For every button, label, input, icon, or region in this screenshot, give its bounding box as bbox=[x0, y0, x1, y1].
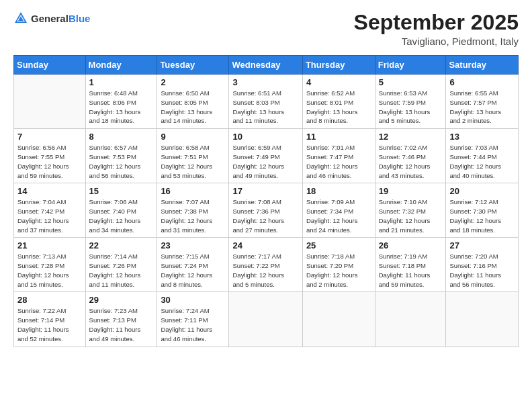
title-month: September 2025 bbox=[354, 11, 519, 34]
calendar-cell: 14Sunrise: 7:04 AMSunset: 7:42 PMDayligh… bbox=[14, 183, 86, 238]
day-number: 19 bbox=[379, 186, 443, 196]
calendar-cell: 1Sunrise: 6:48 AMSunset: 8:06 PMDaylight… bbox=[85, 75, 157, 129]
day-number: 27 bbox=[449, 240, 515, 250]
day-info: Sunrise: 7:07 AMSunset: 7:38 PMDaylight:… bbox=[161, 197, 225, 234]
day-info: Sunrise: 6:53 AMSunset: 7:59 PMDaylight:… bbox=[379, 89, 443, 126]
header: GeneralBlue September 2025 Tavigliano, P… bbox=[13, 11, 519, 47]
calendar-cell bbox=[375, 292, 446, 347]
weekday-header-sunday: Sunday bbox=[14, 56, 86, 75]
day-info: Sunrise: 7:12 AMSunset: 7:30 PMDaylight:… bbox=[449, 197, 515, 234]
day-number: 25 bbox=[306, 240, 371, 250]
day-number: 24 bbox=[232, 240, 298, 250]
logo-general: General bbox=[31, 13, 69, 24]
day-info: Sunrise: 7:02 AMSunset: 7:46 PMDaylight:… bbox=[379, 143, 443, 180]
day-info: Sunrise: 6:56 AMSunset: 7:55 PMDaylight:… bbox=[17, 143, 82, 180]
day-info: Sunrise: 7:06 AMSunset: 7:40 PMDaylight:… bbox=[89, 197, 154, 234]
day-number: 1 bbox=[89, 77, 154, 87]
day-info: Sunrise: 6:55 AMSunset: 7:57 PMDaylight:… bbox=[449, 89, 515, 126]
day-number: 17 bbox=[232, 186, 298, 196]
day-info: Sunrise: 7:14 AMSunset: 7:26 PMDaylight:… bbox=[89, 252, 154, 289]
calendar-cell: 17Sunrise: 7:08 AMSunset: 7:36 PMDayligh… bbox=[229, 183, 302, 238]
weekday-header-wednesday: Wednesday bbox=[229, 56, 302, 75]
day-info: Sunrise: 6:58 AMSunset: 7:51 PMDaylight:… bbox=[161, 143, 225, 180]
day-number: 9 bbox=[161, 132, 225, 142]
day-number: 3 bbox=[232, 77, 298, 87]
day-number: 10 bbox=[232, 132, 298, 142]
day-info: Sunrise: 7:18 AMSunset: 7:20 PMDaylight:… bbox=[306, 252, 371, 289]
calendar-table: SundayMondayTuesdayWednesdayThursdayFrid… bbox=[13, 55, 519, 347]
day-info: Sunrise: 6:51 AMSunset: 8:03 PMDaylight:… bbox=[232, 89, 298, 126]
calendar-cell: 13Sunrise: 7:03 AMSunset: 7:44 PMDayligh… bbox=[446, 129, 519, 183]
day-info: Sunrise: 7:13 AMSunset: 7:28 PMDaylight:… bbox=[17, 252, 82, 289]
day-number: 20 bbox=[449, 186, 515, 196]
calendar-cell: 25Sunrise: 7:18 AMSunset: 7:20 PMDayligh… bbox=[302, 238, 375, 292]
calendar-cell: 2Sunrise: 6:50 AMSunset: 8:05 PMDaylight… bbox=[157, 75, 229, 129]
day-number: 30 bbox=[161, 295, 225, 305]
calendar-cell: 7Sunrise: 6:56 AMSunset: 7:55 PMDaylight… bbox=[14, 129, 86, 183]
day-number: 16 bbox=[161, 186, 225, 196]
weekday-header-monday: Monday bbox=[85, 56, 157, 75]
calendar-week-row: 7Sunrise: 6:56 AMSunset: 7:55 PMDaylight… bbox=[14, 129, 519, 183]
calendar-cell: 20Sunrise: 7:12 AMSunset: 7:30 PMDayligh… bbox=[446, 183, 519, 238]
calendar-cell: 26Sunrise: 7:19 AMSunset: 7:18 PMDayligh… bbox=[375, 238, 446, 292]
title-block: September 2025 Tavigliano, Piedmont, Ita… bbox=[354, 11, 519, 47]
logo: GeneralBlue bbox=[13, 11, 90, 26]
day-info: Sunrise: 7:15 AMSunset: 7:24 PMDaylight:… bbox=[161, 252, 225, 289]
day-number: 15 bbox=[89, 186, 154, 196]
day-number: 13 bbox=[449, 132, 515, 142]
calendar-header-row: SundayMondayTuesdayWednesdayThursdayFrid… bbox=[14, 56, 519, 75]
day-number: 26 bbox=[379, 240, 443, 250]
day-number: 2 bbox=[161, 77, 225, 87]
day-number: 4 bbox=[306, 77, 371, 87]
day-number: 8 bbox=[89, 132, 154, 142]
day-number: 14 bbox=[17, 186, 82, 196]
logo-icon bbox=[13, 11, 28, 26]
day-number: 12 bbox=[379, 132, 443, 142]
day-number: 18 bbox=[306, 186, 371, 196]
day-info: Sunrise: 7:03 AMSunset: 7:44 PMDaylight:… bbox=[449, 143, 515, 180]
day-info: Sunrise: 7:04 AMSunset: 7:42 PMDaylight:… bbox=[17, 197, 82, 234]
day-info: Sunrise: 6:48 AMSunset: 8:06 PMDaylight:… bbox=[89, 89, 154, 126]
day-info: Sunrise: 7:20 AMSunset: 7:16 PMDaylight:… bbox=[449, 252, 515, 289]
calendar-week-row: 21Sunrise: 7:13 AMSunset: 7:28 PMDayligh… bbox=[14, 238, 519, 292]
title-location: Tavigliano, Piedmont, Italy bbox=[354, 36, 519, 47]
day-info: Sunrise: 7:08 AMSunset: 7:36 PMDaylight:… bbox=[232, 197, 298, 234]
calendar-cell: 27Sunrise: 7:20 AMSunset: 7:16 PMDayligh… bbox=[446, 238, 519, 292]
weekday-header-friday: Friday bbox=[375, 56, 446, 75]
calendar-cell: 23Sunrise: 7:15 AMSunset: 7:24 PMDayligh… bbox=[157, 238, 229, 292]
calendar-cell: 9Sunrise: 6:58 AMSunset: 7:51 PMDaylight… bbox=[157, 129, 229, 183]
day-number: 21 bbox=[17, 240, 82, 250]
calendar-week-row: 28Sunrise: 7:22 AMSunset: 7:14 PMDayligh… bbox=[14, 292, 519, 347]
calendar-cell: 12Sunrise: 7:02 AMSunset: 7:46 PMDayligh… bbox=[375, 129, 446, 183]
calendar-cell: 5Sunrise: 6:53 AMSunset: 7:59 PMDaylight… bbox=[375, 75, 446, 129]
calendar-cell: 22Sunrise: 7:14 AMSunset: 7:26 PMDayligh… bbox=[85, 238, 157, 292]
calendar-cell: 19Sunrise: 7:10 AMSunset: 7:32 PMDayligh… bbox=[375, 183, 446, 238]
day-info: Sunrise: 7:22 AMSunset: 7:14 PMDaylight:… bbox=[17, 306, 82, 343]
day-info: Sunrise: 6:59 AMSunset: 7:49 PMDaylight:… bbox=[232, 143, 298, 180]
day-info: Sunrise: 6:52 AMSunset: 8:01 PMDaylight:… bbox=[306, 89, 371, 126]
calendar-cell bbox=[302, 292, 375, 347]
day-number: 7 bbox=[17, 132, 82, 142]
day-number: 22 bbox=[89, 240, 154, 250]
day-info: Sunrise: 6:50 AMSunset: 8:05 PMDaylight:… bbox=[161, 89, 225, 126]
calendar-cell: 30Sunrise: 7:24 AMSunset: 7:11 PMDayligh… bbox=[157, 292, 229, 347]
calendar-cell: 10Sunrise: 6:59 AMSunset: 7:49 PMDayligh… bbox=[229, 129, 302, 183]
weekday-header-tuesday: Tuesday bbox=[157, 56, 229, 75]
calendar-cell: 18Sunrise: 7:09 AMSunset: 7:34 PMDayligh… bbox=[302, 183, 375, 238]
calendar-cell: 4Sunrise: 6:52 AMSunset: 8:01 PMDaylight… bbox=[302, 75, 375, 129]
calendar-cell: 21Sunrise: 7:13 AMSunset: 7:28 PMDayligh… bbox=[14, 238, 86, 292]
day-info: Sunrise: 6:57 AMSunset: 7:53 PMDaylight:… bbox=[89, 143, 154, 180]
calendar-cell: 11Sunrise: 7:01 AMSunset: 7:47 PMDayligh… bbox=[302, 129, 375, 183]
day-info: Sunrise: 7:23 AMSunset: 7:13 PMDaylight:… bbox=[89, 306, 154, 343]
day-number: 6 bbox=[449, 77, 515, 87]
calendar-cell: 8Sunrise: 6:57 AMSunset: 7:53 PMDaylight… bbox=[85, 129, 157, 183]
calendar-cell bbox=[14, 75, 86, 129]
logo-blue: Blue bbox=[69, 13, 91, 24]
day-number: 5 bbox=[379, 77, 443, 87]
calendar-cell: 29Sunrise: 7:23 AMSunset: 7:13 PMDayligh… bbox=[85, 292, 157, 347]
calendar-cell: 3Sunrise: 6:51 AMSunset: 8:03 PMDaylight… bbox=[229, 75, 302, 129]
day-number: 29 bbox=[89, 295, 154, 305]
weekday-header-saturday: Saturday bbox=[446, 56, 519, 75]
calendar-week-row: 14Sunrise: 7:04 AMSunset: 7:42 PMDayligh… bbox=[14, 183, 519, 238]
calendar-cell bbox=[446, 292, 519, 347]
